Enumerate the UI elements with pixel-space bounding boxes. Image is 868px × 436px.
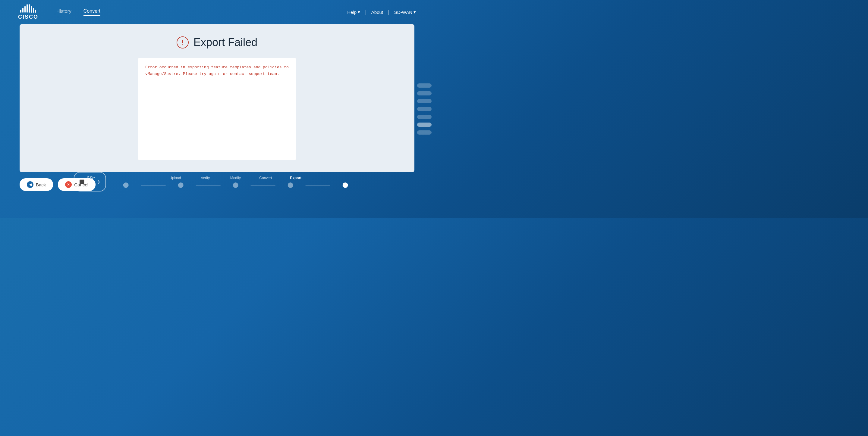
step-dot-upload <box>123 182 128 188</box>
separator-1: | <box>365 9 367 15</box>
sdwan-menu[interactable]: SD-WAN ▾ <box>394 9 416 15</box>
nav-convert[interactable]: Convert <box>84 8 100 16</box>
bar5 <box>29 4 30 13</box>
indicator-5 <box>417 115 432 119</box>
step-label-export: Export <box>281 176 311 180</box>
progress-area: ⬛ IOS-XE CLI ❯ Upload Verify Modify Conv… <box>74 172 361 192</box>
indicator-1 <box>417 83 432 88</box>
footer: ◀ Back ✕ Cancel ⬛ IOS-XE CLI ❯ Upload Ve… <box>0 172 434 197</box>
cancel-icon: ✕ <box>65 181 72 188</box>
step-label-convert: Convert <box>250 176 281 180</box>
pipeline-badge: ⬛ IOS-XE CLI ❯ <box>74 172 106 192</box>
connector-4 <box>305 185 330 186</box>
main-card: ! Export Failed Error occurred in export… <box>20 24 414 172</box>
connector-3 <box>250 185 275 186</box>
indicator-2 <box>417 91 432 96</box>
bar7 <box>33 8 34 13</box>
step-dot-convert <box>287 182 293 188</box>
logo-area: CISCO <box>18 4 38 20</box>
nav-links: History Convert <box>56 8 347 16</box>
indicator-6 <box>417 123 432 127</box>
step-label-verify: Verify <box>190 176 220 180</box>
connector-2 <box>195 185 220 186</box>
steps-wrapper: Upload Verify Modify Convert Export <box>111 176 360 188</box>
page-title: Export Failed <box>193 36 257 49</box>
step-label-modify: Modify <box>220 176 250 180</box>
chevron-down-icon: ▾ <box>358 9 360 15</box>
indicator-3 <box>417 99 432 103</box>
header: CISCO History Convert Help ▾ | About | S… <box>0 0 434 24</box>
header-right: Help ▾ | About | SD-WAN ▾ <box>347 9 416 15</box>
steps-labels: Upload Verify Modify Convert Export <box>160 176 311 180</box>
cisco-text: CISCO <box>18 14 38 20</box>
bar2 <box>22 8 24 13</box>
step-dot-modify <box>233 182 238 188</box>
indicator-4 <box>417 107 432 111</box>
about-link[interactable]: About <box>371 10 383 15</box>
right-indicators <box>417 83 434 135</box>
bar1 <box>20 10 22 13</box>
bar6 <box>31 6 32 13</box>
nav-history[interactable]: History <box>56 9 71 15</box>
bar8 <box>35 10 36 13</box>
indicator-7 <box>417 130 432 135</box>
error-circle-icon: ! <box>177 36 189 48</box>
back-icon: ◀ <box>27 181 33 188</box>
step-dot-export <box>342 182 348 188</box>
step-dot-verify <box>178 182 183 188</box>
chevron-right-icon: ❯ <box>97 179 100 184</box>
chevron-down-icon: ▾ <box>413 9 416 15</box>
steps-dots <box>111 182 360 188</box>
step-label-upload: Upload <box>160 176 190 180</box>
terminal-icon: ⬛ <box>79 179 84 184</box>
card-title-area: ! Export Failed <box>38 36 396 49</box>
error-message-box: Error occurred in exporting feature temp… <box>138 58 296 160</box>
separator-2: | <box>388 9 390 15</box>
help-menu[interactable]: Help ▾ <box>347 9 360 15</box>
cisco-logo: CISCO <box>18 4 38 20</box>
connector-1 <box>141 185 165 186</box>
cisco-bars-icon <box>20 4 36 13</box>
back-button[interactable]: ◀ Back <box>20 178 53 191</box>
bar3 <box>24 6 26 13</box>
bar4 <box>27 4 28 13</box>
error-message-text: Error occurred in exporting feature temp… <box>145 64 289 77</box>
